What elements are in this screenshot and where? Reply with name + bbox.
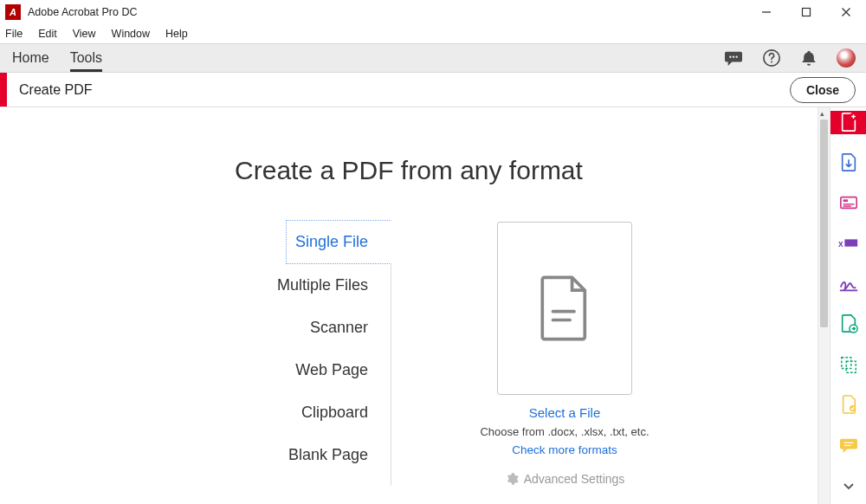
file-types-hint: Choose from .docx, .xlsx, .txt, etc. bbox=[480, 425, 649, 438]
rail-comment-icon[interactable] bbox=[830, 434, 867, 457]
select-file-link[interactable]: Select a File bbox=[529, 405, 601, 420]
rail-create-pdf-icon[interactable] bbox=[830, 111, 867, 134]
main-content: Create a PDF from any format Single File… bbox=[0, 107, 818, 504]
page-heading: Create a PDF from any format bbox=[0, 156, 818, 185]
notifications-icon[interactable] bbox=[724, 49, 743, 67]
menu-help[interactable]: Help bbox=[165, 28, 188, 40]
svg-point-4 bbox=[729, 55, 731, 57]
tab-tools[interactable]: Tools bbox=[70, 44, 102, 72]
option-web-page[interactable]: Web Page bbox=[287, 349, 391, 391]
window-titlebar: A Adobe Acrobat Pro DC bbox=[0, 0, 866, 24]
source-options-list: Single File Multiple Files Scanner Web P… bbox=[132, 220, 391, 486]
bell-icon[interactable] bbox=[800, 48, 818, 68]
help-icon[interactable] bbox=[762, 48, 781, 68]
advanced-settings-button[interactable]: Advanced Settings bbox=[505, 472, 625, 486]
scrollbar-thumb[interactable] bbox=[820, 120, 828, 327]
rail-export-pdf-icon[interactable] bbox=[830, 152, 867, 175]
rail-compare-icon[interactable] bbox=[830, 353, 867, 377]
window-maximize-button[interactable] bbox=[786, 0, 826, 24]
close-button[interactable]: Close bbox=[790, 77, 856, 103]
tab-home[interactable]: Home bbox=[12, 44, 49, 72]
rail-edit-pdf-icon[interactable] bbox=[830, 191, 867, 215]
svg-point-6 bbox=[735, 55, 737, 57]
tool-header-title: Create PDF bbox=[19, 82, 92, 98]
option-multiple-files[interactable]: Multiple Files bbox=[268, 264, 391, 307]
advanced-settings-label: Advanced Settings bbox=[524, 472, 625, 486]
user-avatar[interactable] bbox=[837, 48, 856, 68]
tool-header: Create PDF Close bbox=[0, 73, 866, 107]
menu-window[interactable]: Window bbox=[112, 28, 150, 40]
svg-point-5 bbox=[733, 55, 734, 57]
svg-rect-21 bbox=[846, 361, 856, 372]
rail-stamp-icon[interactable] bbox=[830, 393, 867, 417]
menu-bar: File Edit View Window Help bbox=[0, 24, 866, 43]
tool-header-accent bbox=[0, 73, 7, 107]
vertical-scrollbar[interactable]: ▴ bbox=[818, 107, 830, 504]
right-tool-rail: x bbox=[830, 107, 866, 504]
rail-expand-icon[interactable] bbox=[830, 474, 867, 497]
scroll-up-icon[interactable]: ▴ bbox=[820, 109, 824, 118]
svg-rect-13 bbox=[843, 200, 848, 203]
gear-icon bbox=[505, 472, 519, 486]
rail-send-review-icon[interactable] bbox=[830, 313, 867, 336]
app-logo-icon: A bbox=[5, 4, 21, 20]
menu-view[interactable]: View bbox=[73, 28, 96, 40]
window-title: Adobe Acrobat Pro DC bbox=[28, 6, 137, 18]
svg-text:x: x bbox=[838, 239, 843, 249]
option-scanner[interactable]: Scanner bbox=[301, 307, 391, 349]
window-minimize-button[interactable] bbox=[746, 0, 786, 24]
window-close-button[interactable] bbox=[826, 0, 866, 24]
svg-rect-1 bbox=[803, 9, 811, 16]
svg-rect-17 bbox=[844, 239, 857, 246]
tabs-bar: Home Tools bbox=[0, 43, 866, 73]
svg-point-8 bbox=[771, 61, 772, 63]
document-icon bbox=[538, 275, 591, 341]
menu-edit[interactable]: Edit bbox=[38, 28, 57, 40]
rail-sign-icon[interactable] bbox=[830, 272, 867, 295]
rail-redact-icon[interactable]: x bbox=[830, 232, 867, 255]
file-dropzone[interactable] bbox=[497, 222, 632, 395]
option-blank-page[interactable]: Blank Page bbox=[280, 434, 391, 476]
option-clipboard[interactable]: Clipboard bbox=[293, 391, 391, 434]
option-single-file[interactable]: Single File bbox=[286, 220, 391, 264]
check-more-formats-link[interactable]: Check more formats bbox=[512, 443, 617, 456]
menu-file[interactable]: File bbox=[5, 28, 23, 40]
